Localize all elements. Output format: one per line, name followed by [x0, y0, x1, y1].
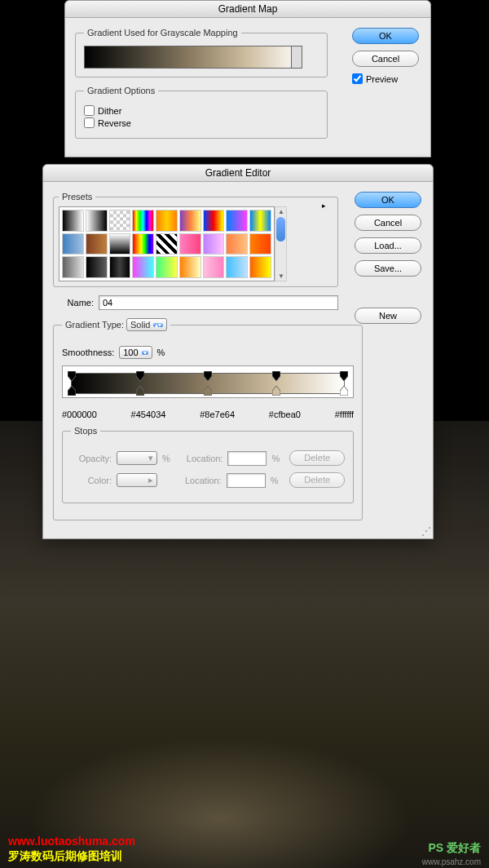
preview-label: Preview	[366, 74, 398, 84]
reverse-checkbox[interactable]	[84, 117, 95, 128]
dropdown-icon: ▸	[148, 475, 153, 485]
watermark-url-1: www.luotaoshuma.com	[8, 835, 135, 848]
stops-fieldset: Stops Opacity: ▾ % Location: % Delete Co…	[62, 426, 354, 503]
preset-swatch[interactable]	[203, 210, 225, 232]
gradient-options-legend: Gradient Options	[84, 86, 158, 95]
preset-swatch[interactable]	[62, 256, 84, 278]
svg-marker-5	[204, 386, 212, 396]
dropdown-arrow-icon: ▼	[293, 54, 300, 61]
preset-swatch[interactable]	[156, 233, 178, 255]
gradient-type-select[interactable]: Solid ▴▾	[126, 318, 167, 331]
preset-swatch[interactable]	[179, 256, 201, 278]
opacity-stop[interactable]	[136, 371, 144, 381]
color-stop[interactable]	[136, 386, 144, 396]
name-input[interactable]	[99, 295, 338, 310]
preset-swatch[interactable]	[86, 256, 108, 278]
dither-checkbox-row[interactable]: Dither	[84, 105, 319, 116]
preset-swatch[interactable]	[203, 256, 225, 278]
color-location-input	[227, 473, 266, 488]
preset-swatch[interactable]	[109, 210, 131, 232]
preset-swatch[interactable]	[249, 256, 271, 278]
preset-swatch[interactable]	[156, 256, 178, 278]
svg-marker-0	[68, 371, 76, 381]
preset-swatch[interactable]	[62, 210, 84, 232]
opacity-stop[interactable]	[340, 371, 348, 381]
gradient-options-fieldset: Gradient Options Dither Reverse	[75, 86, 328, 139]
presets-legend: Presets	[59, 192, 95, 202]
svg-marker-3	[136, 386, 144, 396]
reverse-label: Reverse	[98, 118, 131, 128]
dither-checkbox[interactable]	[84, 105, 95, 116]
reverse-checkbox-row[interactable]: Reverse	[84, 117, 319, 128]
gradient-preview[interactable]: ▼	[84, 46, 302, 69]
load-button[interactable]: Load...	[355, 237, 421, 254]
preset-swatch[interactable]	[179, 233, 201, 255]
color-stop[interactable]	[204, 386, 212, 396]
location-label: Location:	[187, 454, 223, 463]
gradient-type-label: Gradient Type:	[65, 320, 124, 330]
new-button[interactable]: New	[355, 308, 421, 324]
preset-swatch[interactable]	[132, 210, 154, 232]
preset-swatch[interactable]	[226, 210, 248, 232]
opacity-delete-button: Delete	[289, 450, 345, 466]
preset-swatch[interactable]	[86, 210, 108, 232]
gradient-bar[interactable]	[71, 373, 345, 394]
cancel-button[interactable]: Cancel	[352, 51, 419, 67]
preset-swatch[interactable]	[109, 256, 131, 278]
ok-button[interactable]: OK	[352, 28, 419, 44]
stop-hex-label: #ffffff	[335, 410, 354, 419]
preset-swatch[interactable]	[203, 233, 225, 255]
opacity-input: ▾	[117, 451, 157, 465]
dither-label: Dither	[98, 106, 121, 116]
preset-swatch[interactable]	[109, 233, 131, 255]
scrollbar-thumb[interactable]	[276, 217, 285, 241]
editor-cancel-button[interactable]: Cancel	[355, 215, 421, 231]
percent-label: %	[271, 476, 279, 485]
preset-swatch[interactable]	[179, 210, 201, 232]
presets-fieldset: Presets ▸	[53, 192, 338, 287]
opacity-stop[interactable]	[68, 371, 76, 381]
select-arrows-icon: ▴▾	[153, 323, 163, 327]
preset-swatch[interactable]	[132, 256, 154, 278]
resize-handle-icon[interactable]: ⋰	[421, 525, 431, 537]
save-button[interactable]: Save...	[355, 260, 421, 277]
preset-swatch[interactable]	[226, 256, 248, 278]
preset-swatch[interactable]	[226, 233, 248, 255]
presets-scrollbar[interactable]	[275, 206, 287, 281]
smoothness-value: 100	[123, 348, 138, 357]
presets-menu-icon[interactable]: ▸	[322, 202, 326, 210]
color-swatch-input: ▸	[117, 473, 157, 487]
stops-legend: Stops	[71, 426, 100, 436]
preset-swatch[interactable]	[249, 233, 271, 255]
stop-labels-row: #000000#454034#8e7e64#cfbea0#ffffff	[62, 410, 354, 419]
grayscale-mapping-legend: Gradient Used for Grayscale Mapping	[84, 28, 241, 38]
opacity-stop[interactable]	[204, 371, 212, 381]
svg-marker-2	[136, 371, 144, 381]
watermark-url-2: www.psahz.com	[422, 857, 481, 866]
preview-checkbox-row[interactable]: Preview	[352, 73, 421, 84]
gradient-map-dialog: Gradient Map Gradient Used for Grayscale…	[64, 0, 431, 157]
presets-grid	[59, 206, 275, 281]
color-stop[interactable]	[272, 386, 280, 396]
editor-ok-button[interactable]: OK	[355, 192, 421, 208]
preset-swatch[interactable]	[62, 233, 84, 255]
preset-swatch[interactable]	[132, 233, 154, 255]
color-delete-button: Delete	[289, 472, 345, 488]
dropdown-icon: ▾	[142, 351, 148, 355]
preview-checkbox[interactable]	[352, 73, 363, 84]
preset-swatch[interactable]	[249, 210, 271, 232]
percent-label: %	[271, 454, 280, 463]
svg-marker-8	[340, 371, 348, 381]
percent-label: %	[157, 348, 165, 357]
svg-marker-9	[340, 386, 348, 396]
percent-label: %	[162, 454, 170, 463]
svg-marker-7	[272, 386, 280, 396]
color-stop[interactable]	[340, 386, 348, 396]
preset-swatch[interactable]	[156, 210, 178, 232]
smoothness-input[interactable]: 100 ▾	[119, 346, 152, 359]
preset-swatch[interactable]	[86, 233, 108, 255]
opacity-stop[interactable]	[272, 371, 280, 381]
stop-hex-label: #cfbea0	[269, 410, 301, 419]
gradient-bar-container	[62, 365, 354, 398]
color-stop[interactable]	[68, 386, 76, 396]
